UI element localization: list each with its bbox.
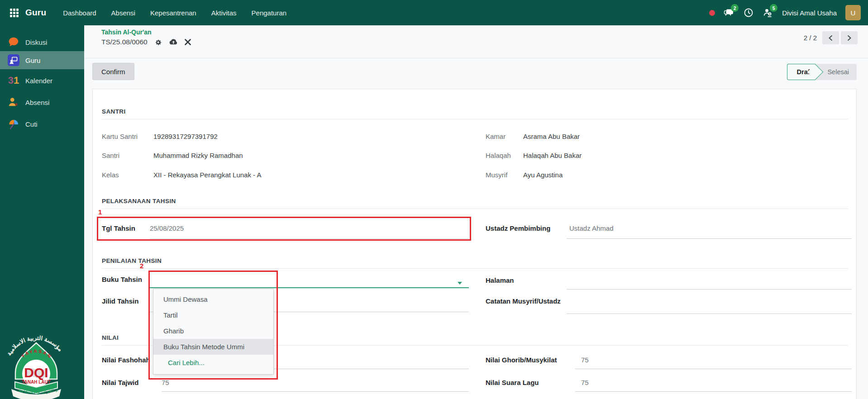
kartu-santri-label: Kartu Santri	[102, 133, 138, 140]
cloud-save-icon[interactable]	[169, 38, 178, 46]
musyrif-value: Ayu Agustina	[523, 171, 563, 179]
ustadz-pembimbing-underline[interactable]	[567, 238, 852, 239]
sidebar-label: Guru	[25, 57, 40, 64]
top-navbar: Guru Dashboard Absensi Kepesantrenan Akt…	[0, 0, 868, 25]
dropdown-option-buku-tahsin-metode-ummi[interactable]: Buku Tahsin Metode Ummi	[153, 339, 273, 355]
sidebar-label: Absensi	[25, 99, 49, 106]
tgl-tahsin-underline[interactable]	[150, 238, 469, 239]
sidebar-item-guru[interactable]: Guru	[0, 51, 84, 69]
systray: 2 $ 5 Divisi Amal Usaha U	[709, 5, 868, 20]
menu-dashboard[interactable]: Dashboard	[63, 9, 96, 17]
tgl-tahsin-input[interactable]: 25/08/2025	[150, 224, 184, 232]
dropdown-search-more[interactable]: Cari Lebih...	[153, 355, 273, 370]
ustadz-pembimbing-input[interactable]: Ustadz Ahmad	[569, 224, 614, 232]
calendar-31-icon: 31	[8, 75, 19, 86]
logo-tanah-laut-text: TANAH LAUT	[22, 380, 51, 385]
musyrif-label: Musyrif	[486, 171, 507, 179]
teacher-board-icon	[8, 54, 19, 66]
catatan-label: Catatan Musyrif/Ustadz	[486, 297, 561, 305]
kelas-label: Kelas	[102, 171, 119, 179]
messages-icon[interactable]: 2	[724, 7, 734, 18]
nilai-suara-input[interactable]	[575, 391, 852, 392]
pager-count: 2 / 2	[804, 34, 817, 42]
dropdown-option-ummi-dewasa[interactable]: Ummi Dewasa	[153, 291, 273, 307]
nilai-tajwid-value[interactable]: 75	[162, 379, 169, 386]
nilai-ghorib-label: Nilai Ghorib/Musykilat	[486, 356, 557, 364]
pager-previous-button[interactable]	[822, 31, 839, 44]
button-row: Confirm Draft Selesai	[84, 59, 868, 89]
messages-badge: 2	[731, 4, 739, 12]
buku-tahsin-label: Buku Tahsin	[102, 276, 142, 283]
halaqah-label: Halaqah	[486, 152, 511, 159]
kelas-value: XII - Rekayasa Perangkat Lunak - A	[153, 171, 261, 179]
santri-label: Santri	[102, 152, 119, 159]
catatan-input[interactable]	[567, 314, 852, 314]
record-pager: 2 / 2	[804, 31, 858, 44]
sales-notification-icon[interactable]: $ 5	[763, 7, 773, 18]
halaqah-value: Halaqah Abu Bakar	[523, 152, 582, 159]
jilid-tahsin-label: Jilid Tahsin	[102, 297, 138, 305]
sidebar-item-diskusi[interactable]: Diskusi	[0, 33, 84, 51]
dropdown-option-tartil[interactable]: Tartil	[153, 307, 273, 323]
menu-aktivitas[interactable]: Aktivitas	[211, 9, 237, 17]
buku-tahsin-dropdown-caret[interactable]	[458, 282, 462, 285]
halaman-input[interactable]	[567, 289, 852, 290]
recording-indicator-dot	[709, 10, 715, 16]
chat-bubble-icon	[8, 36, 19, 48]
breadcrumb-parent-link[interactable]: Tahsin Al-Qur'an	[101, 28, 191, 36]
user-avatar[interactable]: U	[845, 5, 861, 20]
annotation-step-2: 2	[140, 262, 143, 270]
menu-kepesantrenan[interactable]: Kepesantrenan	[150, 9, 196, 17]
nilai-tajwid-label: Nilai Tajwid	[102, 379, 138, 386]
kamar-label: Kamar	[486, 133, 506, 140]
statusbar: Draft Selesai	[787, 64, 857, 80]
discard-x-icon[interactable]	[185, 39, 191, 45]
app-name: Guru	[25, 8, 46, 18]
nilai-suara-value[interactable]: 75	[581, 379, 589, 386]
apps-grid-icon[interactable]	[10, 9, 19, 17]
sidebar-item-cuti[interactable]: Cuti	[0, 115, 84, 133]
breadcrumb: Tahsin Al-Qur'an TS/25.08/0060	[101, 28, 191, 46]
app-screen: Guru Dashboard Absensi Kepesantrenan Akt…	[0, 0, 868, 399]
santri-value: Muhammad Rizky Ramadhan	[153, 152, 243, 159]
control-panel: Tahsin Al-Qur'an TS/25.08/0060 2 / 2	[84, 25, 868, 58]
nilai-suara-label: Nilai Suara Lagu	[486, 379, 539, 386]
sidebar-item-absensi[interactable]: Absensi	[0, 93, 84, 111]
dropdown-option-gharib[interactable]: Gharib	[153, 323, 273, 339]
activities-clock-icon[interactable]	[743, 7, 754, 18]
form-sheet: SANTRI Kartu Santri 19289317297391792 Sa…	[92, 89, 857, 399]
sales-badge: 5	[770, 4, 777, 12]
tgl-tahsin-label: Tgl Tahsin	[102, 224, 135, 232]
section-title-santri: SANTRI	[102, 108, 848, 119]
pager-next-button[interactable]	[841, 31, 858, 44]
confirm-button[interactable]: Confirm	[92, 63, 134, 80]
sidebar-label: Diskusi	[25, 38, 47, 46]
buku-tahsin-dropdown-menu: Ummi Dewasa Tartil Gharib Buku Tahsin Me…	[153, 289, 274, 375]
buku-tahsin-input[interactable]	[150, 287, 469, 288]
nilai-ghorib-input[interactable]	[575, 369, 852, 369]
sidebar-label: Cuti	[25, 120, 38, 128]
sidebar-item-kalender[interactable]: 31 Kalender	[0, 71, 84, 90]
sidebar-label: Kalender	[25, 77, 52, 85]
action-gear-icon[interactable]	[154, 38, 162, 46]
section-title-pelaksanaan: PELAKSANAAN TAHSIN	[102, 198, 848, 209]
nilai-tajwid-input[interactable]	[162, 391, 469, 392]
logo-dqi-text: DQI	[24, 365, 48, 380]
ustadz-pembimbing-label: Ustadz Pembimbing	[486, 224, 550, 232]
nilai-ghorib-value[interactable]: 75	[581, 356, 589, 364]
umbrella-leave-icon	[8, 118, 19, 130]
kartu-santri-value: 19289317297391792	[153, 133, 218, 140]
annotation-step-1: 1	[98, 208, 102, 216]
kamar-value: Asrama Abu Bakar	[523, 133, 580, 140]
status-draft[interactable]: Draft	[787, 64, 816, 80]
navbar-menus: Dashboard Absensi Kepesantrenan Aktivita…	[63, 9, 286, 17]
nilai-fashohah-label: Nilai Fashohah	[102, 356, 150, 364]
menu-absensi[interactable]: Absensi	[111, 9, 135, 17]
company-switcher[interactable]: Divisi Amal Usaha	[782, 9, 837, 17]
school-logo: مؤسسة التربية الاسلامية YAYASAN DQI TANA…	[2, 328, 70, 399]
halaman-label: Halaman	[486, 276, 514, 284]
person-attendance-icon	[8, 96, 19, 108]
breadcrumb-current: TS/25.08/0060	[101, 38, 148, 46]
sidebar: Diskusi Guru 31 Kalender Absensi Cuti	[0, 25, 84, 399]
menu-pengaturan[interactable]: Pengaturan	[252, 9, 287, 17]
